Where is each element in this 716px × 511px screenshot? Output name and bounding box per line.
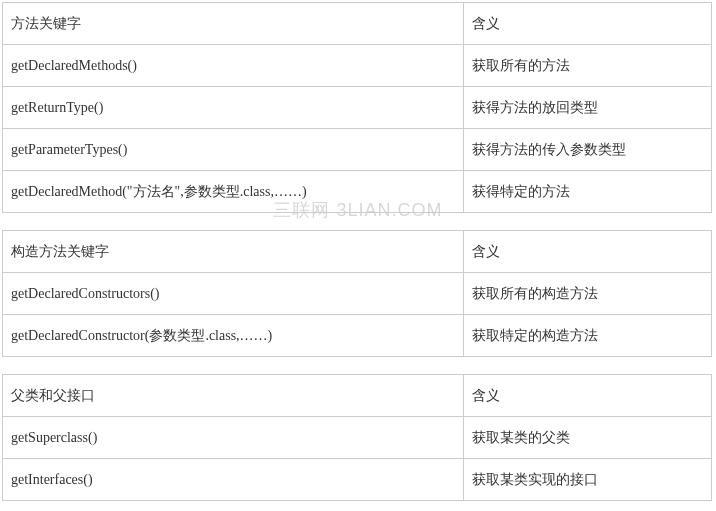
table-row: getInterfaces() 获取某类实现的接口 xyxy=(3,459,712,501)
reference-table: 方法关键字 含义 getDeclaredMethods() 获取所有的方法 ge… xyxy=(2,2,712,501)
table-row: getDeclaredMethods() 获取所有的方法 xyxy=(3,45,712,87)
table-row: getDeclaredMethod("方法名",参数类型.class,……) 获… xyxy=(3,171,712,213)
cell-meaning: 含义 xyxy=(464,3,712,45)
cell-keyword: getDeclaredMethods() xyxy=(3,45,464,87)
spacer-cell xyxy=(3,213,712,231)
table-row: getSuperclass() 获取某类的父类 xyxy=(3,417,712,459)
cell-meaning: 获取某类实现的接口 xyxy=(464,459,712,501)
cell-meaning: 获得特定的方法 xyxy=(464,171,712,213)
spacer-cell xyxy=(3,357,712,375)
cell-meaning: 获取所有的方法 xyxy=(464,45,712,87)
table-row: getDeclaredConstructors() 获取所有的构造方法 xyxy=(3,273,712,315)
cell-meaning: 含义 xyxy=(464,231,712,273)
table-row: 方法关键字 含义 xyxy=(3,3,712,45)
cell-keyword: 方法关键字 xyxy=(3,3,464,45)
cell-keyword: getDeclaredMethod("方法名",参数类型.class,……) xyxy=(3,171,464,213)
table-row: getDeclaredConstructor(参数类型.class,……) 获取… xyxy=(3,315,712,357)
cell-keyword: getSuperclass() xyxy=(3,417,464,459)
cell-meaning: 获取某类的父类 xyxy=(464,417,712,459)
cell-keyword: getDeclaredConstructors() xyxy=(3,273,464,315)
cell-keyword: getReturnType() xyxy=(3,87,464,129)
spacer-row xyxy=(3,357,712,375)
cell-keyword: getParameterTypes() xyxy=(3,129,464,171)
cell-meaning: 获得方法的传入参数类型 xyxy=(464,129,712,171)
cell-meaning: 获取特定的构造方法 xyxy=(464,315,712,357)
table-row: 构造方法关键字 含义 xyxy=(3,231,712,273)
spacer-row xyxy=(3,213,712,231)
cell-keyword: getInterfaces() xyxy=(3,459,464,501)
table-row: getReturnType() 获得方法的放回类型 xyxy=(3,87,712,129)
cell-meaning: 获得方法的放回类型 xyxy=(464,87,712,129)
cell-keyword: 构造方法关键字 xyxy=(3,231,464,273)
cell-keyword: 父类和父接口 xyxy=(3,375,464,417)
table-row: getParameterTypes() 获得方法的传入参数类型 xyxy=(3,129,712,171)
cell-meaning: 获取所有的构造方法 xyxy=(464,273,712,315)
table-row: 父类和父接口 含义 xyxy=(3,375,712,417)
cell-keyword: getDeclaredConstructor(参数类型.class,……) xyxy=(3,315,464,357)
cell-meaning: 含义 xyxy=(464,375,712,417)
